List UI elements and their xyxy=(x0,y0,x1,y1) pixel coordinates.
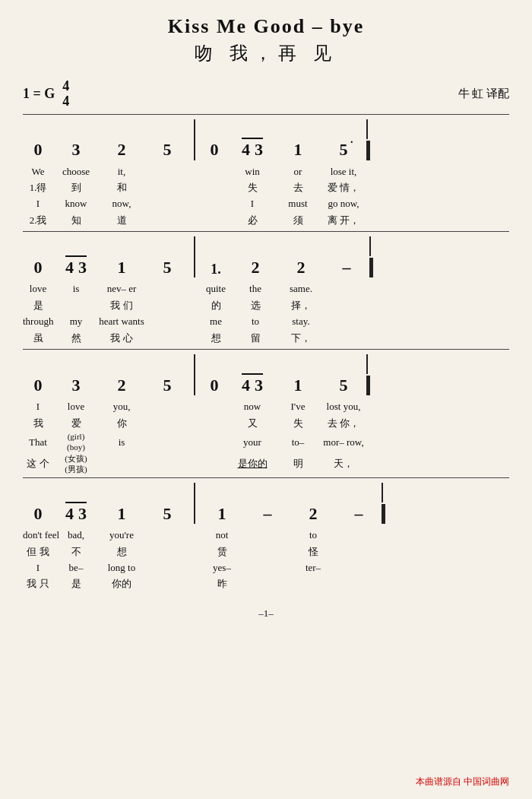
note-2-s1m1: 2 xyxy=(99,140,144,160)
title-chinese: 吻 我，再 见 xyxy=(23,41,509,65)
title-english: Kiss Me Good – bye xyxy=(23,15,509,38)
note-2b-s2m2: 2 xyxy=(278,258,324,277)
note-0-s3m2: 0 xyxy=(199,376,230,395)
footer: –1– xyxy=(23,607,509,620)
note-0-s2m1: 0 xyxy=(23,258,53,277)
note-1-s3m2: 1 xyxy=(275,376,321,395)
end-barline-s2 xyxy=(369,236,378,277)
title-section: Kiss Me Good – bye 吻 我，再 见 xyxy=(23,15,509,65)
note-43-s3m2: 43 xyxy=(230,373,275,395)
note-2a-s2m2: 2 xyxy=(233,258,278,277)
barline-s3 xyxy=(190,354,199,395)
footer-right: 本曲谱源自 中国词曲网 xyxy=(416,775,509,788)
note-dash-s2m2: – xyxy=(324,258,369,277)
end-barline-s1 xyxy=(366,119,375,160)
lyric-row-s4-4: 我 只 是 你的 昨 xyxy=(23,575,509,591)
note-1-s4m1: 1 xyxy=(99,504,144,524)
notes-row-3: 0 3 2 5 0 43 1 5 xyxy=(23,354,509,395)
end-barline-s3 xyxy=(366,354,375,395)
note-0-s1m1: 0 xyxy=(23,140,53,160)
footer-text: 本曲谱源自 xyxy=(416,776,461,787)
lyric-row-s3-3: That (girl)(boy) is your to– mor– row, xyxy=(23,431,509,453)
lyric-row-s2-4: 虽 然 我 心 想 留 下， xyxy=(23,330,509,346)
note-1-s4m2: 1 xyxy=(199,504,245,524)
lyric-row-s3-2: 我 爱 你 又 失 去 你， xyxy=(23,415,509,431)
barline-s4 xyxy=(190,483,199,524)
section-3: 0 3 2 5 0 43 1 5 I love you, xyxy=(23,349,509,474)
lyric-row-s3-1: I love you, now I've lost you, xyxy=(23,398,509,414)
key-signature: 1 = G xyxy=(23,86,55,102)
note-43-s1m2: 43 xyxy=(230,138,275,160)
page-number: –1– xyxy=(258,607,274,619)
key-time-row: 1 = G 4 4 牛 虹 译配 xyxy=(23,79,509,109)
note-3-s1m1: 3 xyxy=(53,140,99,160)
lyric-row-s2-3: through my heart wants me to stay. xyxy=(23,313,509,329)
lyrics-section-3: I love you, now I've lost you, 我 爱 你 又 失 xyxy=(23,398,509,474)
lyrics-section-2: love is nev– er quite the same. 是 我 们 的 … xyxy=(23,281,509,346)
notes-row-4: 0 43 1 5 1 – 2 – xyxy=(23,483,509,524)
note-0-s1m2: 0 xyxy=(199,140,230,160)
end-barline-s4 xyxy=(382,483,391,524)
note-5-s3m1: 5 xyxy=(144,376,190,395)
note-1dot-s2m2: 1. xyxy=(199,262,233,278)
barline-s1 xyxy=(190,119,199,160)
lyric-row-s4-1: don't feel bad, you're not to xyxy=(23,527,509,543)
note-2-s3m1: 2 xyxy=(99,376,144,395)
lyric-row-s4-3: I be– long to yes– ter– xyxy=(23,560,509,575)
note-2-s4m2: 2 xyxy=(290,504,336,524)
note-0-s3m1: 0 xyxy=(23,376,53,395)
note-0-s4m1: 0 xyxy=(23,504,53,524)
barline-s2 xyxy=(190,236,199,277)
note-1-s2m1: 1 xyxy=(99,258,144,277)
note-43-s2m1: 43 xyxy=(53,255,99,277)
lyric-row-s3-4: 这 个 (女孩)(男孩) 是你的 明 天， xyxy=(23,453,509,475)
section-1: 0 3 2 5 0 43 1 5· xyxy=(23,114,509,229)
time-top: 4 xyxy=(62,79,69,94)
note-1-s1m2: 1 xyxy=(275,140,321,160)
note-5-s4m1: 5 xyxy=(144,504,190,524)
time-signature: 4 4 xyxy=(62,79,69,109)
notes-row-1: 0 3 2 5 0 43 1 5· xyxy=(23,119,509,160)
lyrics-section-4: don't feel bad, you're not to 但 我 不 想 赁 … xyxy=(23,527,509,592)
page: Kiss Me Good – bye 吻 我，再 见 1 = G 4 4 牛 虹… xyxy=(23,15,509,620)
section-4: 0 43 1 5 1 – 2 – don't feel bad, you're xyxy=(23,477,509,592)
lyric-row-s1-1: We choose it, win or lose it, xyxy=(23,163,509,179)
note-dash1-s4m2: – xyxy=(245,504,290,524)
notes-row-2: 0 43 1 5 1. 2 2 – xyxy=(23,236,509,277)
note-3-s3m1: 3 xyxy=(53,376,99,395)
lyric-row-s1-3: I know now, I must go now, xyxy=(23,195,509,211)
note-dash2-s4m2: – xyxy=(336,504,382,524)
note-5dot-s1m2: 5· xyxy=(321,140,366,160)
lyric-row-s1-2: 1.得 到 和 失 去 爱 情， xyxy=(23,179,509,195)
note-5-s3m2: 5 xyxy=(321,376,366,395)
lyric-row-s2-2: 是 我 们 的 选 择， xyxy=(23,297,509,313)
footer-site: 中国词曲网 xyxy=(464,776,509,787)
lyric-row-s4-2: 但 我 不 想 赁 怪 xyxy=(23,544,509,560)
lyric-row-s1-4: 2.我 知 道 必 须 离 开， xyxy=(23,212,509,228)
lyric-row-s2-1: love is nev– er quite the same. xyxy=(23,281,509,296)
attribution: 牛 虹 译配 xyxy=(458,87,510,101)
lyrics-section-1: We choose it, win or lose it, 1.得 到 和 失 xyxy=(23,163,509,229)
note-5-s2m1: 5 xyxy=(144,258,190,277)
note-43-s4m1: 43 xyxy=(53,502,99,524)
section-2: 0 43 1 5 1. 2 2 – love is xyxy=(23,231,509,346)
time-bottom: 4 xyxy=(62,94,69,109)
note-5-s1m1: 5 xyxy=(144,140,190,160)
